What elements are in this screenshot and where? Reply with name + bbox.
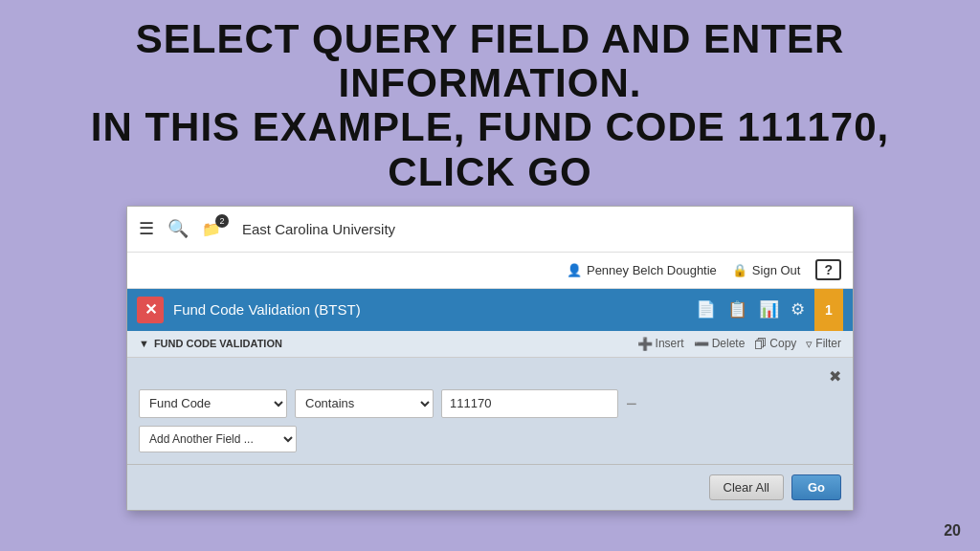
clear-circle-button[interactable]: ✖ bbox=[829, 367, 841, 386]
user-name: Penney Belch Doughtie bbox=[587, 263, 717, 277]
add-field-row: Add Another Field ... bbox=[139, 426, 841, 452]
insert-icon: ➕ bbox=[637, 337, 653, 351]
sign-out-button[interactable]: 🔒 Sign Out bbox=[732, 263, 801, 277]
slide-title-line2: IN THIS EXAMPLE, FUND CODE 111170, CLICK… bbox=[38, 105, 942, 193]
clear-all-button[interactable]: Clear All bbox=[709, 474, 784, 500]
delete-label: Delete bbox=[712, 337, 746, 350]
copy-icon: 🗍 bbox=[754, 337, 767, 351]
copy-button[interactable]: 🗍 Copy bbox=[754, 337, 796, 351]
section-actions: ➕ Insert ➖ Delete 🗍 Copy ▿ Filter bbox=[637, 337, 841, 351]
filter-label: Filter bbox=[815, 337, 841, 350]
form-title: Fund Code Validation (BTST) bbox=[173, 301, 686, 318]
filter-icon: ▿ bbox=[806, 337, 813, 351]
search-icon[interactable]: 🔍 bbox=[167, 218, 189, 239]
remove-row-button[interactable]: − bbox=[626, 394, 637, 413]
form-badge: 1 bbox=[814, 289, 843, 331]
query-area: ✖ Fund Code Fund Name Account Program Co… bbox=[127, 358, 853, 464]
page-number: 20 bbox=[944, 522, 961, 540]
user-icon: 👤 bbox=[567, 263, 582, 277]
lock-icon: 🔒 bbox=[732, 263, 747, 277]
table-icon[interactable]: 📊 bbox=[759, 299, 779, 320]
action-bar: Clear All Go bbox=[127, 464, 853, 510]
filter-button[interactable]: ▿ Filter bbox=[806, 337, 841, 351]
insert-button[interactable]: ➕ Insert bbox=[637, 337, 684, 351]
help-label: ? bbox=[824, 262, 833, 277]
university-name: East Carolina University bbox=[242, 221, 395, 237]
section-header: ▼ FUND CODE VALIDATION ➕ Insert ➖ Delete… bbox=[127, 331, 853, 358]
go-button[interactable]: Go bbox=[791, 474, 841, 500]
help-button[interactable]: ? bbox=[815, 259, 841, 280]
field-select[interactable]: Fund Code Fund Name Account Program bbox=[139, 389, 287, 418]
sign-out-label: Sign Out bbox=[752, 263, 801, 277]
value-input[interactable] bbox=[441, 389, 618, 418]
folder-badge-icon[interactable]: 📁 2 bbox=[202, 220, 221, 238]
add-field-select[interactable]: Add Another Field ... bbox=[139, 426, 297, 452]
user-profile[interactable]: 👤 Penney Belch Doughtie bbox=[567, 263, 717, 277]
delete-icon: ➖ bbox=[694, 337, 709, 351]
query-row-clear: ✖ bbox=[139, 365, 841, 389]
nav-bar-left: ☰ 🔍 📁 2 East Carolina University bbox=[139, 218, 395, 239]
form-title-bar: ✕ Fund Code Validation (BTST) 📄 📋 📊 ⚙ 1 bbox=[127, 289, 853, 331]
slide-title: SELECT QUERY FIELD AND ENTER INFORMATION… bbox=[0, 0, 980, 206]
copy-doc-icon[interactable]: 📋 bbox=[727, 299, 747, 320]
condition-select[interactable]: Contains Equals Starts With Ends With bbox=[295, 389, 434, 418]
settings-icon[interactable]: ⚙ bbox=[791, 299, 805, 320]
app-window: ☰ 🔍 📁 2 East Carolina University 👤 Penne… bbox=[126, 206, 854, 511]
badge-count: 2 bbox=[215, 214, 229, 228]
nav-bar-primary: ☰ 🔍 📁 2 East Carolina University bbox=[127, 207, 853, 253]
section-title: ▼ FUND CODE VALIDATION bbox=[139, 338, 282, 349]
nav-bar-secondary: 👤 Penney Belch Doughtie 🔒 Sign Out ? bbox=[127, 253, 853, 289]
form-close-button[interactable]: ✕ bbox=[137, 297, 164, 323]
copy-label: Copy bbox=[769, 337, 796, 350]
section-title-text: FUND CODE VALIDATION bbox=[154, 338, 282, 349]
menu-icon[interactable]: ☰ bbox=[139, 218, 154, 239]
section-collapse-icon[interactable]: ▼ bbox=[139, 338, 149, 349]
delete-button[interactable]: ➖ Delete bbox=[694, 337, 746, 351]
new-doc-icon[interactable]: 📄 bbox=[696, 299, 716, 320]
filter-row: Fund Code Fund Name Account Program Cont… bbox=[139, 389, 841, 418]
form-title-icons: 📄 📋 📊 ⚙ bbox=[696, 299, 805, 320]
slide-title-line1: SELECT QUERY FIELD AND ENTER INFORMATION… bbox=[38, 17, 942, 105]
insert-label: Insert bbox=[656, 337, 684, 350]
